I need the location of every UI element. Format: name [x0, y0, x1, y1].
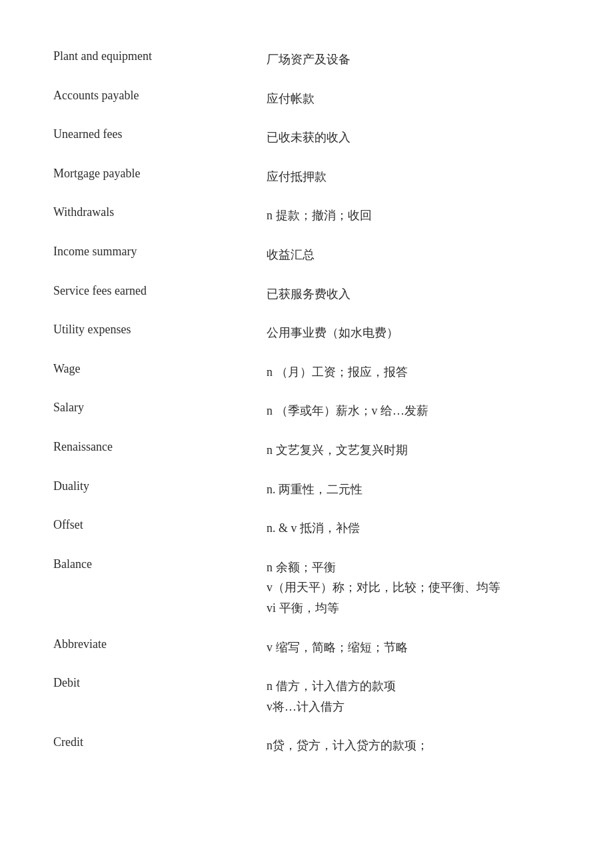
vocab-definition: 已获服务费收入 [267, 284, 560, 305]
vocab-term: Abbreviate [53, 637, 267, 651]
vocab-term: Wage [53, 362, 267, 376]
vocab-definition: 收益汇总 [267, 245, 560, 265]
vocab-entry: Renaissancen 文艺复兴，文艺复兴时期 [53, 431, 560, 470]
vocab-term: Accounts payable [53, 89, 267, 103]
vocab-definition: n （季或年）薪水；v 给…发薪 [267, 401, 560, 421]
definition-line: 应付抵押款 [267, 167, 560, 187]
vocab-entry: Abbreviatev 缩写，简略；缩短；节略 [53, 628, 560, 667]
definition-line: v 缩写，简略；缩短；节略 [267, 637, 560, 658]
vocab-definition: n 提款；撤消；收回 [267, 205, 560, 226]
vocab-term: Withdrawals [53, 205, 267, 219]
vocab-entry: Mortgage payable应付抵押款 [53, 157, 560, 197]
definition-line: vi 平衡，均等 [267, 598, 560, 619]
definition-line: n. 两重性，二元性 [267, 479, 560, 500]
vocab-term: Salary [53, 401, 267, 415]
vocab-entry: Balancen 余额；平衡v（用天平）称；对比，比较；使平衡、均等vi 平衡，… [53, 548, 560, 628]
definition-line: 收益汇总 [267, 245, 560, 265]
definition-line: n 余额；平衡 [267, 557, 560, 578]
vocab-entry: Creditn贷，贷方，计入贷方的款项； [53, 726, 560, 765]
definition-line: n 提款；撤消；收回 [267, 205, 560, 226]
vocab-definition: n贷，贷方，计入贷方的款项； [267, 735, 560, 756]
definition-line: v（用天平）称；对比，比较；使平衡、均等 [267, 577, 560, 598]
vocab-definition: 已收未获的收入 [267, 127, 560, 148]
vocabulary-list: Plant and equipment厂场资产及设备Accounts payab… [53, 40, 560, 765]
vocab-entry: Withdrawalsn 提款；撤消；收回 [53, 196, 560, 235]
vocab-entry: Wagen （月）工资；报应，报答 [53, 353, 560, 392]
vocab-term: Debit [53, 676, 267, 690]
definition-line: 已收未获的收入 [267, 127, 560, 148]
vocab-term: Duality [53, 479, 267, 493]
definition-line: n. & v 抵消，补偿 [267, 518, 560, 539]
definition-line: 厂场资产及设备 [267, 49, 560, 70]
vocab-term: Renaissance [53, 440, 267, 454]
vocab-entry: Dualityn. 两重性，二元性 [53, 470, 560, 509]
definition-line: n 借方，计入借方的款项 [267, 676, 560, 697]
vocab-entry: Debitn 借方，计入借方的款项v将…计入借方 [53, 667, 560, 726]
vocab-term: Credit [53, 735, 267, 749]
vocab-term: Service fees earned [53, 284, 267, 298]
vocab-term: Mortgage payable [53, 167, 267, 181]
vocab-entry: Offsetn. & v 抵消，补偿 [53, 509, 560, 548]
vocab-term: Balance [53, 557, 267, 571]
definition-line: 应付帐款 [267, 89, 560, 109]
vocab-term: Plant and equipment [53, 49, 267, 63]
definition-line: n贷，贷方，计入贷方的款项； [267, 735, 560, 756]
vocab-definition: 厂场资产及设备 [267, 49, 560, 70]
vocab-entry: Utility expenses公用事业费（如水电费） [53, 313, 560, 353]
definition-line: n （季或年）薪水；v 给…发薪 [267, 401, 560, 421]
vocab-entry: Unearned fees已收未获的收入 [53, 118, 560, 157]
vocab-definition: n 文艺复兴，文艺复兴时期 [267, 440, 560, 461]
vocab-definition: n. 两重性，二元性 [267, 479, 560, 500]
definition-line: n 文艺复兴，文艺复兴时期 [267, 440, 560, 461]
vocab-entry: Service fees earned已获服务费收入 [53, 275, 560, 314]
vocab-term: Utility expenses [53, 323, 267, 337]
definition-line: 公用事业费（如水电费） [267, 323, 560, 343]
definition-line: n （月）工资；报应，报答 [267, 362, 560, 383]
vocab-entry: Plant and equipment厂场资产及设备 [53, 40, 560, 79]
vocab-definition: 公用事业费（如水电费） [267, 323, 560, 343]
vocab-term: Offset [53, 518, 267, 532]
vocab-definition: 应付帐款 [267, 89, 560, 109]
vocab-definition: n. & v 抵消，补偿 [267, 518, 560, 539]
vocab-definition: n （月）工资；报应，报答 [267, 362, 560, 383]
vocab-entry: Salaryn （季或年）薪水；v 给…发薪 [53, 391, 560, 431]
vocab-term: Unearned fees [53, 127, 267, 141]
definition-line: v将…计入借方 [267, 697, 560, 717]
vocab-term: Income summary [53, 245, 267, 259]
vocab-entry: Accounts payable应付帐款 [53, 79, 560, 119]
vocab-definition: n 借方，计入借方的款项v将…计入借方 [267, 676, 560, 717]
vocab-definition: n 余额；平衡v（用天平）称；对比，比较；使平衡、均等vi 平衡，均等 [267, 557, 560, 619]
definition-line: 已获服务费收入 [267, 284, 560, 305]
vocab-definition: v 缩写，简略；缩短；节略 [267, 637, 560, 658]
vocab-entry: Income summary收益汇总 [53, 235, 560, 275]
vocab-definition: 应付抵押款 [267, 167, 560, 187]
